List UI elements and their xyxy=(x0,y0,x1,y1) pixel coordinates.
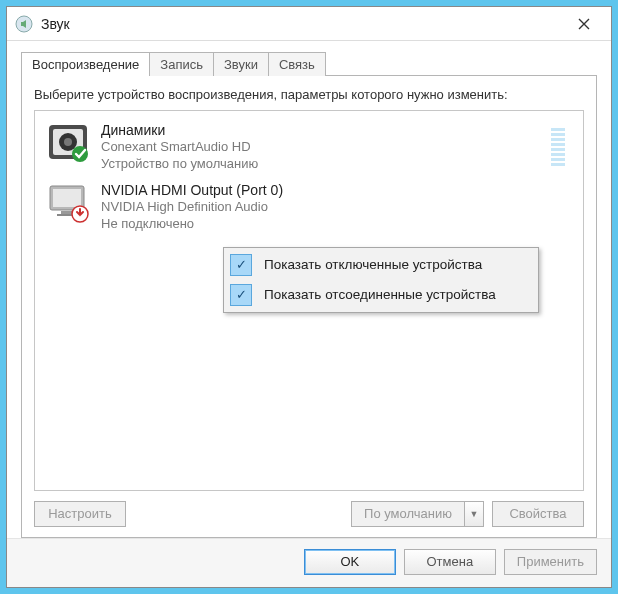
check-icon: ✓ xyxy=(230,284,252,306)
dialog-button-row: OK Отмена Применить xyxy=(7,538,611,587)
apply-button[interactable]: Применить xyxy=(504,549,597,575)
tab-sounds[interactable]: Звуки xyxy=(213,52,269,76)
tab-communications[interactable]: Связь xyxy=(268,52,326,76)
svg-rect-7 xyxy=(53,189,81,207)
svg-point-4 xyxy=(64,138,72,146)
context-menu: ✓ Показать отключенные устройства ✓ Пока… xyxy=(223,247,539,313)
device-status: Не подключено xyxy=(101,216,571,233)
set-default-split: По умолчанию ▼ xyxy=(351,501,484,527)
svg-rect-8 xyxy=(61,211,73,214)
tab-recording[interactable]: Запись xyxy=(149,52,214,76)
speaker-icon xyxy=(47,121,89,163)
device-description: NVIDIA High Definition Audio xyxy=(101,199,571,216)
menu-item-show-disabled[interactable]: ✓ Показать отключенные устройства xyxy=(226,250,536,280)
set-default-button[interactable]: По умолчанию xyxy=(351,501,464,527)
window-title: Звук xyxy=(41,16,567,32)
tab-panel-playback: Выберите устройство воспроизведения, пар… xyxy=(21,75,597,538)
configure-button[interactable]: Настроить xyxy=(34,501,126,527)
set-default-dropdown[interactable]: ▼ xyxy=(464,501,484,527)
ok-button[interactable]: OK xyxy=(304,549,396,575)
app-icon xyxy=(15,15,33,33)
menu-item-label: Показать отсоединенные устройства xyxy=(264,287,496,302)
device-text: NVIDIA HDMI Output (Port 0) NVIDIA High … xyxy=(101,181,571,233)
check-icon: ✓ xyxy=(230,254,252,276)
titlebar: Звук xyxy=(7,7,611,41)
menu-item-label: Показать отключенные устройства xyxy=(264,257,482,272)
tab-strip: Воспроизведение Запись Звуки Связь xyxy=(21,51,597,75)
device-name: Динамики xyxy=(101,121,539,139)
close-button[interactable] xyxy=(567,12,601,36)
panel-button-row: Настроить По умолчанию ▼ Свойства xyxy=(34,501,584,527)
properties-button[interactable]: Свойства xyxy=(492,501,584,527)
device-name: NVIDIA HDMI Output (Port 0) xyxy=(101,181,571,199)
menu-item-show-disconnected[interactable]: ✓ Показать отсоединенные устройства xyxy=(226,280,536,310)
device-item[interactable]: NVIDIA HDMI Output (Port 0) NVIDIA High … xyxy=(41,177,577,237)
device-status: Устройство по умолчанию xyxy=(101,156,539,173)
tab-playback[interactable]: Воспроизведение xyxy=(21,52,150,76)
instructions-text: Выберите устройство воспроизведения, пар… xyxy=(34,86,584,104)
monitor-icon xyxy=(47,181,89,223)
device-text: Динамики Conexant SmartAudio HD Устройст… xyxy=(101,121,539,173)
sound-dialog: Звук Воспроизведение Запись Звуки Связь … xyxy=(6,6,612,588)
device-item[interactable]: Динамики Conexant SmartAudio HD Устройст… xyxy=(41,117,577,177)
content-area: Воспроизведение Запись Звуки Связь Выбер… xyxy=(7,41,611,538)
cancel-button[interactable]: Отмена xyxy=(404,549,496,575)
level-meter xyxy=(551,128,565,166)
device-description: Conexant SmartAudio HD xyxy=(101,139,539,156)
device-list[interactable]: Динамики Conexant SmartAudio HD Устройст… xyxy=(34,110,584,491)
